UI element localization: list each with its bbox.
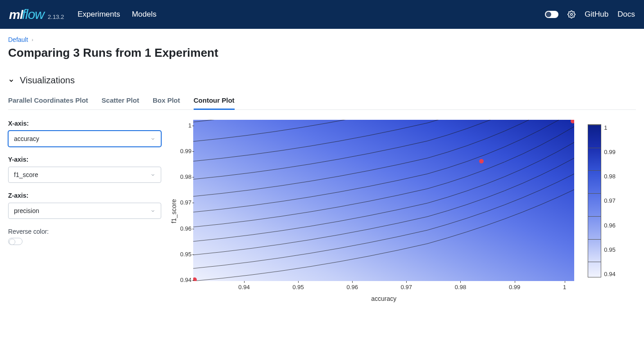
x-axis-label: X-axis: [8, 120, 157, 127]
section-visualizations[interactable]: Visualizations [8, 75, 636, 86]
chevron-down-icon [150, 136, 155, 141]
x-axis-value: accuracy [14, 135, 39, 142]
svg-rect-1 [193, 120, 574, 281]
theme-toggle[interactable] [545, 11, 558, 18]
app-header: ml flow 2.13.2 Experiments Models GitHub… [0, 0, 644, 29]
y-axis-value: f1_score [14, 171, 38, 178]
svg-point-0 [571, 14, 573, 16]
nav-experiments[interactable]: Experiments [77, 10, 120, 19]
link-github[interactable]: GitHub [585, 10, 608, 19]
y-axis-select[interactable]: f1_score [8, 167, 161, 183]
link-docs[interactable]: Docs [617, 10, 635, 19]
z-axis-label: Z-axis: [8, 192, 157, 199]
contour-svg [193, 120, 574, 281]
nav-models[interactable]: Models [132, 10, 157, 19]
viz-tabs: Parallel Coordinates Plot Scatter Plot B… [8, 96, 636, 110]
breadcrumb: Default › [8, 36, 636, 43]
y-axis-label: Y-axis: [8, 156, 157, 163]
logo-version: 2.13.2 [48, 14, 64, 20]
logo-flow: flow [22, 7, 44, 22]
tab-scatter[interactable]: Scatter Plot [102, 96, 139, 109]
header-right: GitHub Docs [545, 10, 635, 19]
z-axis-select[interactable]: precision [8, 203, 161, 219]
x-axis-ticks: 0.94 0.95 0.96 0.97 0.98 0.99 1 [193, 284, 574, 291]
contour-chart: f1_score 1 0.99 0.98 0.97 0.96 0.95 0.94 [170, 120, 636, 302]
colorbar-gradient [588, 124, 601, 277]
tab-contour[interactable]: Contour Plot [194, 96, 235, 110]
section-title: Visualizations [20, 75, 75, 86]
tab-parallel[interactable]: Parallel Coordinates Plot [8, 96, 88, 109]
page-content: Default › Comparing 3 Runs from 1 Experi… [0, 29, 644, 309]
chevron-down-icon [150, 209, 155, 213]
page-title: Comparing 3 Runs from 1 Experiment [8, 46, 636, 60]
chevron-down-icon [150, 172, 155, 177]
z-axis-value: precision [14, 207, 39, 214]
plot-area: X-axis: accuracy Y-axis: f1_score Z-axis… [8, 120, 636, 302]
chart-controls: X-axis: accuracy Y-axis: f1_score Z-axis… [8, 120, 170, 302]
chevron-down-icon [8, 77, 14, 84]
logo-ml: ml [9, 8, 23, 22]
primary-nav: Experiments Models [77, 10, 156, 19]
plot-surface[interactable]: 0.94 0.95 0.96 0.97 0.98 0.99 1 accuracy [193, 120, 574, 302]
chevron-right-icon: › [32, 37, 33, 42]
y-axis-ticks: 1 0.99 0.98 0.97 0.96 0.95 0.94 [180, 122, 193, 283]
x-axis-title: accuracy [193, 295, 574, 302]
x-axis-select[interactable]: accuracy [8, 131, 161, 147]
tab-box[interactable]: Box Plot [153, 96, 180, 109]
logo[interactable]: ml flow 2.13.2 [9, 7, 64, 22]
colorbar: 1 0.99 0.98 0.97 0.96 0.95 0.94 [588, 120, 615, 302]
breadcrumb-root[interactable]: Default [8, 36, 28, 43]
colorbar-ticks: 1 0.99 0.98 0.97 0.96 0.95 0.94 [604, 124, 615, 277]
reverse-color-toggle[interactable] [8, 238, 23, 245]
gear-icon[interactable] [567, 10, 576, 18]
data-point [479, 159, 484, 163]
reverse-color-label: Reverse color: [8, 228, 157, 235]
y-axis-title: f1_score [170, 199, 177, 223]
